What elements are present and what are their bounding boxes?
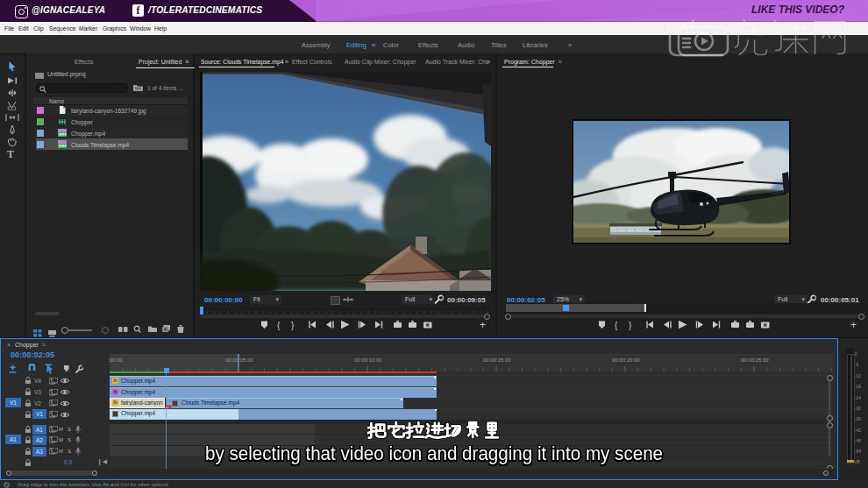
svg-text:}: } [291, 321, 295, 330]
svg-text:{: { [615, 321, 618, 330]
svg-text:}: } [629, 321, 632, 330]
svg-text:{: { [277, 321, 281, 330]
